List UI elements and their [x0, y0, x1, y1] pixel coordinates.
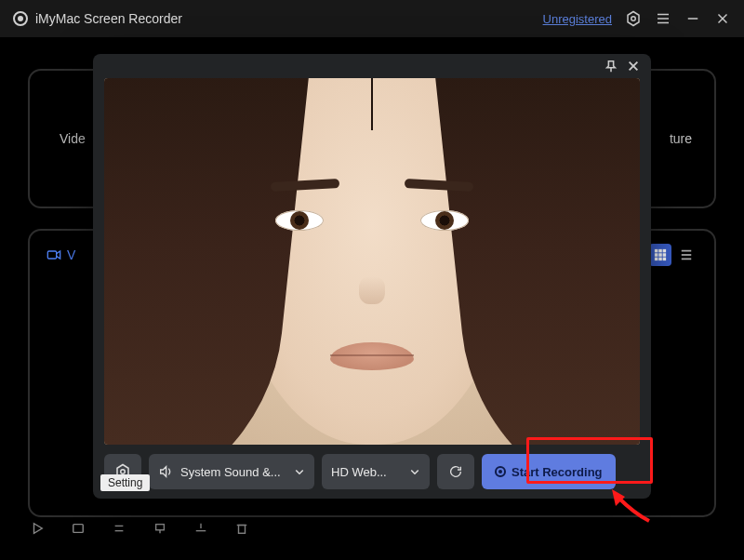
audio-source-dropdown[interactable]: System Sound &...: [149, 454, 314, 489]
webcam-preview-panel: System Sound &... HD Web... Start Record…: [93, 54, 651, 499]
svg-rect-13: [658, 253, 662, 257]
convert-icon[interactable]: [192, 519, 210, 538]
chevron-down-icon: [409, 466, 420, 477]
app-title: iMyMac Screen Recorder: [35, 11, 182, 26]
svg-point-35: [121, 470, 126, 474]
titlebar-left: iMyMac Screen Recorder: [13, 11, 182, 26]
folder-icon[interactable]: [69, 519, 87, 538]
webcam-preview: [104, 78, 640, 445]
camera-source-dropdown[interactable]: HD Web...: [322, 454, 430, 489]
pin-icon[interactable]: [604, 60, 618, 73]
chevron-down-icon: [294, 466, 305, 477]
svg-point-1: [631, 17, 636, 21]
library-tab-video[interactable]: V: [46, 247, 75, 262]
play-icon[interactable]: [28, 519, 46, 538]
library-toolbar: [28, 519, 251, 538]
settings-tooltip: Setting: [100, 474, 150, 491]
view-toggle: [649, 244, 698, 266]
list-view-button[interactable]: [675, 244, 698, 266]
refresh-button[interactable]: [437, 454, 474, 489]
delete-icon[interactable]: [232, 519, 251, 538]
start-recording-label: Start Recording: [512, 465, 603, 479]
preview-header: [93, 54, 651, 78]
svg-rect-15: [655, 258, 658, 261]
svg-rect-11: [663, 249, 667, 253]
register-link[interactable]: Unregistered: [543, 12, 612, 26]
library-tab-label: V: [67, 247, 75, 262]
mode-video-label: Vide: [60, 131, 86, 146]
svg-marker-0: [628, 12, 639, 26]
close-panel-icon[interactable]: [627, 60, 640, 73]
svg-rect-29: [239, 526, 246, 534]
titlebar-right: Unregistered: [543, 10, 731, 27]
menu-icon[interactable]: [655, 10, 671, 27]
start-recording-button[interactable]: Start Recording: [482, 454, 616, 489]
svg-rect-16: [658, 258, 662, 261]
preview-controls: System Sound &... HD Web... Start Record…: [93, 445, 651, 499]
camera-source-label: HD Web...: [331, 465, 387, 479]
close-icon[interactable]: [714, 10, 731, 27]
svg-rect-25: [156, 525, 165, 530]
audio-source-label: System Sound &...: [180, 465, 281, 479]
share-icon[interactable]: [151, 519, 169, 538]
grid-view-button[interactable]: [649, 244, 671, 266]
svg-rect-22: [73, 525, 84, 533]
svg-rect-12: [655, 253, 658, 257]
svg-rect-9: [655, 249, 658, 253]
gear-icon[interactable]: [625, 10, 642, 27]
svg-rect-17: [663, 258, 667, 261]
webcam-face-image: [104, 78, 640, 445]
svg-rect-14: [663, 253, 667, 257]
mode-capture-label: ture: [670, 131, 692, 146]
svg-rect-10: [658, 249, 662, 253]
app-logo-icon: [13, 11, 28, 26]
svg-marker-21: [34, 524, 43, 534]
minimize-icon[interactable]: [684, 10, 701, 27]
record-icon: [495, 466, 506, 477]
titlebar: iMyMac Screen Recorder Unregistered: [0, 0, 744, 37]
speaker-icon: [158, 464, 173, 479]
edit-icon[interactable]: [110, 519, 128, 538]
svg-rect-8: [47, 251, 56, 259]
